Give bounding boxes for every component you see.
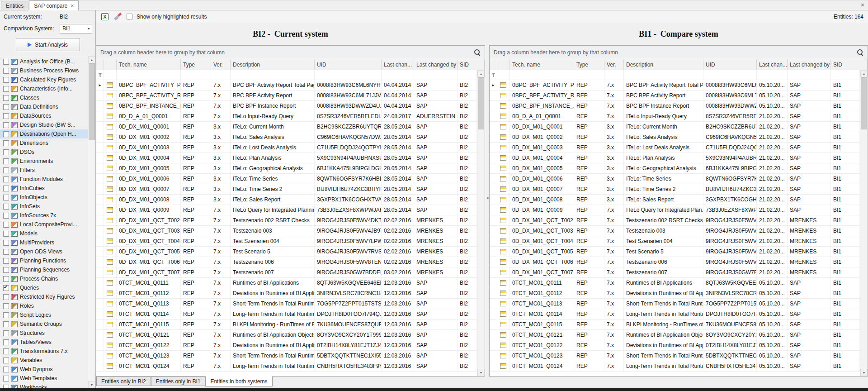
column-header-last-changed[interactable]: Last chan... xyxy=(382,59,414,70)
column-header-sid[interactable]: SID xyxy=(831,59,868,70)
filter-cell-uid[interactable] xyxy=(315,70,382,80)
tree-item-checkbox[interactable] xyxy=(3,312,9,318)
tree-scroll-track[interactable] xyxy=(88,63,95,381)
grid-scroll-track[interactable] xyxy=(477,77,485,369)
grid-row[interactable]: 0D_DX_M01_Q0008REP3.xITeLo: Sales Report… xyxy=(96,195,477,205)
clear-highlighting-button[interactable] xyxy=(113,12,123,21)
grid-scrollbar[interactable]: ▲ ▼ xyxy=(477,70,485,376)
tree-item-infosets[interactable]: InfoSets xyxy=(0,202,88,211)
grid-row[interactable]: 0D_DX_M01_Q0002REP3.xITeLo: Sales Analys… xyxy=(490,132,860,143)
tree-item-infoobjects[interactable]: InfoObjects xyxy=(0,193,88,202)
tree-item-infosources-7x[interactable]: InfoSources 7x xyxy=(0,211,88,220)
column-header-last-changed[interactable]: Last chan... xyxy=(757,59,788,70)
tree-item-checkbox[interactable] xyxy=(3,376,9,381)
grid-row[interactable]: 0D_DX_M01_QCT_T005REP7.xTest Scenario 59… xyxy=(96,247,477,257)
tree-item-checkbox[interactable] xyxy=(3,339,9,345)
grid-row[interactable]: 0D_DX_M01_Q0006REP3.xITeLo: Time Series8… xyxy=(490,174,860,184)
close-icon[interactable]: × xyxy=(861,2,864,8)
tree-item-checkbox[interactable] xyxy=(3,77,9,83)
panel-splitter[interactable]: ◄ xyxy=(485,23,489,377)
filter-cell-type[interactable] xyxy=(181,70,211,80)
grid-scroll-thumb[interactable] xyxy=(861,77,867,129)
grid-row[interactable]: 0D_DX_M01_Q0007REP3.xITeLo: Time Series … xyxy=(490,184,860,195)
scroll-up-icon[interactable]: ▲ xyxy=(860,70,868,77)
grid-row[interactable]: 0D_DX_M01_Q0005REP3.xITeLo: Geographical… xyxy=(96,163,477,174)
grid-row[interactable]: 0TCT_MC01_Q0114REP7.xLong-Term Trends in… xyxy=(96,309,477,319)
grid-row[interactable]: 0D_DX_M01_QCT_T002REP7.xTestszenario 002… xyxy=(490,215,860,226)
grid-row[interactable]: 0D_DX_M01_QCT_T006REP7.xTestszenario 006… xyxy=(96,257,477,267)
filter-cell-description[interactable] xyxy=(231,70,315,80)
tree-item-checkbox[interactable] xyxy=(3,149,9,155)
show-only-highlighted-checkbox[interactable] xyxy=(127,14,132,19)
grid-row[interactable]: 0D_DX_M01_Q0001REP3.xITeLo: Current Mont… xyxy=(490,122,860,132)
column-header-last-changed-by[interactable]: Last changed by xyxy=(414,59,458,70)
tree-item-checkbox[interactable] xyxy=(3,385,9,389)
tree-item-data-definitions[interactable]: Data Definitions xyxy=(0,102,88,111)
group-by-panel[interactable]: Drag a column header here to group by th… xyxy=(490,46,868,59)
tree-item-checkbox[interactable] xyxy=(3,348,9,354)
tree-item-checkbox[interactable] xyxy=(3,186,9,191)
tree-item-datasources[interactable]: DataSources xyxy=(0,111,88,120)
column-header-description[interactable]: Description xyxy=(231,59,315,70)
grid-row[interactable]: 0BPC_BPF_INSTANCE_REPREP7.xBPC BPF Insta… xyxy=(96,101,477,111)
column-header-tech-name[interactable]: Tech. name xyxy=(510,59,574,70)
grid-row[interactable]: 0D_DX_M01_QCT_T007REP7.xTestszenario 007… xyxy=(490,267,860,278)
grid-row[interactable]: 0BPC_BPF_ACTIVITY_REPREP7.xBPC BPF Activ… xyxy=(490,91,860,101)
grid-row[interactable]: 0TCT_MC01_Q0113REP7.xShort-Term Trends i… xyxy=(96,299,477,309)
tree-item-dsos[interactable]: DSOs xyxy=(0,148,88,157)
grid-row[interactable]: 0D_DX_M01_Q0002REP3.xITeLo: Sales Analys… xyxy=(96,132,477,143)
group-by-panel[interactable]: Drag a column header here to group by th… xyxy=(96,46,485,59)
filter-cell-sid[interactable] xyxy=(458,70,477,80)
column-header-sid[interactable]: SID xyxy=(458,59,485,70)
grid-row[interactable]: 0TCT_MC01_Q0123REP7.xShort-Term Trends i… xyxy=(96,351,477,361)
grid-row[interactable]: 0D_D_A_01_Q0001REP7.xITeLo Input-Ready Q… xyxy=(490,111,860,122)
filter-cell-type[interactable] xyxy=(574,70,604,80)
filter-cell-uid[interactable] xyxy=(703,70,757,80)
tree-item-checkbox[interactable] xyxy=(3,231,9,237)
tree-item-checkbox[interactable] xyxy=(3,86,9,92)
grid-row[interactable]: 0TCT_MC01_Q0124REP7.xLong-Term Trends in… xyxy=(96,361,477,372)
tree-item-checkbox[interactable] xyxy=(3,176,9,182)
grid-row[interactable]: 0TCT_MC01_Q0113REP7.xShort-Term Trends i… xyxy=(490,299,860,309)
tree-item-checkbox[interactable] xyxy=(3,95,9,101)
grid-row[interactable]: 0D_DX_M01_Q0005REP3.xITeLo: Geographical… xyxy=(490,163,860,174)
tree-item-web-templates[interactable]: Web Templates xyxy=(0,374,88,383)
tree-item-checkbox[interactable] xyxy=(3,213,9,219)
tree-item-design-studio-bw-s[interactable]: Design Studio (BW S... xyxy=(0,120,88,129)
grid-row[interactable]: 0TCT_MC01_Q0114REP7.xLong-Term Trends in… xyxy=(490,309,860,319)
filter-cell-ver[interactable] xyxy=(604,70,624,80)
grid-row[interactable]: 0D_DX_M01_QCT_T002REP7.xTestszenario 002… xyxy=(96,215,477,226)
tree-item-roles[interactable]: Roles xyxy=(0,301,88,310)
tree-item-local-compositeprovi[interactable]: Local CompositeProvi... xyxy=(0,220,88,229)
tree-item-checkbox[interactable] xyxy=(3,59,9,65)
scroll-down-icon[interactable]: ▼ xyxy=(477,369,485,376)
column-header-type[interactable]: Type xyxy=(574,59,604,70)
grid-row[interactable]: 0D_DX_M01_QCT_T007REP7.xTestszenario 007… xyxy=(96,267,477,278)
filter-funnel-icon[interactable] xyxy=(98,73,102,77)
tree-item-checkbox[interactable] xyxy=(3,358,9,363)
tree-item-planning-functions[interactable]: Planning Functions xyxy=(0,256,88,265)
filter-cell-ver[interactable] xyxy=(211,70,231,80)
grid-row[interactable]: 0D_DX_M01_QCT_T004REP7.xTest Szenarien 0… xyxy=(96,236,477,247)
grid-row[interactable]: 0D_DX_M01_QCT_T003REP7.xTestszenaio 0039… xyxy=(96,226,477,236)
grid-row[interactable]: 0TCT_MC01_Q0123REP7.xShort-Term Trends i… xyxy=(490,351,860,361)
tree-item-analysis-for-office-b[interactable]: Analysis for Office (B... xyxy=(0,57,88,66)
filter-funnel-icon[interactable] xyxy=(491,73,495,77)
tree-item-checkbox[interactable] xyxy=(3,204,9,210)
column-header-description[interactable]: Description xyxy=(624,59,703,70)
column-header-tech-name[interactable]: Tech. name xyxy=(117,59,181,70)
grid-row[interactable]: ►0BPC_BPF_ACTIVITY_PA...REP7.xBPC BPF Ac… xyxy=(96,80,477,91)
grid-row[interactable]: 0D_DX_M01_Q0003REP3.xITeLo: Lost Deals A… xyxy=(490,143,860,153)
grid-row[interactable]: 0TCT_MC01_Q0124REP7.xLong-Term Trends in… xyxy=(490,361,860,372)
tree-item-checkbox[interactable] xyxy=(3,131,9,137)
scroll-down-icon[interactable]: ▼ xyxy=(860,369,868,376)
grid-row[interactable]: 0D_DX_M01_Q0009REP7.xITeLo Query for Int… xyxy=(490,205,860,215)
grid-row[interactable]: 0BPC_BPF_INSTANCE_...REP7.xBPC BPF Insta… xyxy=(490,101,860,111)
tree-item-dimensions[interactable]: Dimensions xyxy=(0,138,88,148)
filter-cell-last-changed[interactable] xyxy=(382,70,414,80)
tree-item-checkbox[interactable] xyxy=(3,330,9,336)
tree-item-checkbox[interactable]: ✔ xyxy=(3,285,9,291)
tree-item-queries[interactable]: ✔Queries xyxy=(0,283,88,292)
export-excel-button[interactable]: X xyxy=(100,12,109,21)
tree-item-checkbox[interactable] xyxy=(3,158,9,164)
